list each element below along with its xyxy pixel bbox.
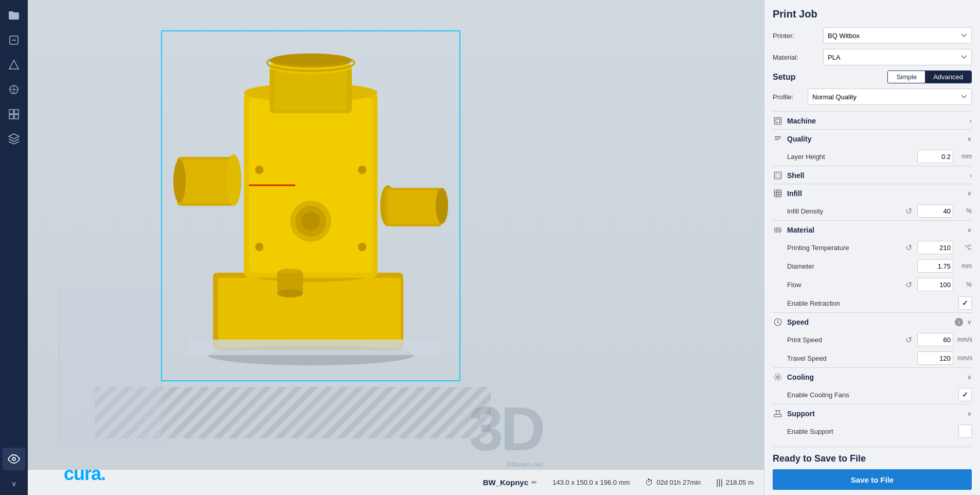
section-infill-header[interactable]: Infill ∨ bbox=[773, 184, 972, 202]
section-speed: Speed i ∨ Print Speed ↺ mm/s Travel Spee… bbox=[773, 312, 972, 367]
svg-point-40 bbox=[301, 212, 320, 231]
section-quality: Quality ∨ Layer Height mm bbox=[773, 129, 972, 166]
svg-point-32 bbox=[226, 154, 241, 206]
tab-advanced[interactable]: Advanced bbox=[925, 71, 971, 83]
sidebar-item-eye[interactable] bbox=[3, 448, 25, 470]
print-temp-reset[interactable]: ↺ bbox=[904, 243, 913, 253]
cooling-icon bbox=[773, 372, 783, 382]
ready-section: Ready to Save to File Save to File bbox=[773, 447, 972, 490]
layer-height-label: Layer Height bbox=[787, 153, 913, 161]
svg-point-43 bbox=[255, 243, 263, 251]
enable-retraction-label: Enable Retraction bbox=[787, 299, 954, 307]
speed-arrow: ∨ bbox=[967, 319, 972, 326]
svg-point-41 bbox=[255, 166, 263, 174]
svg-rect-6 bbox=[9, 110, 13, 114]
section-quality-header[interactable]: Quality ∨ bbox=[773, 130, 972, 147]
enable-cooling-fans-label: Enable Cooling Fans bbox=[787, 391, 954, 399]
section-shell-header[interactable]: Shell ‹ bbox=[773, 166, 972, 184]
print-speed-label: Print Speed bbox=[787, 336, 900, 344]
printer-select[interactable]: BQ Witbox Ultimaker 2 Prusa i3 bbox=[823, 27, 972, 44]
infill-density-row: Infill Density ↺ % bbox=[773, 202, 972, 220]
material-row: Material: PLA ABS PETG bbox=[773, 49, 972, 65]
speed-icon bbox=[773, 317, 783, 327]
section-machine: Machine ‹ bbox=[773, 111, 972, 129]
edit-icon[interactable]: ✏ bbox=[531, 479, 537, 486]
dimensions-info: 143.0 x 150.0 x 196.0 mm bbox=[553, 479, 630, 486]
svg-line-76 bbox=[775, 379, 776, 380]
print-speed-input[interactable] bbox=[917, 333, 953, 346]
sidebar-item-tool4[interactable] bbox=[3, 103, 25, 126]
svg-line-74 bbox=[775, 375, 776, 376]
section-shell: Shell ‹ bbox=[773, 166, 972, 184]
print-speed-reset[interactable]: ↺ bbox=[904, 335, 913, 345]
section-material-header[interactable]: Material ∨ bbox=[773, 221, 972, 238]
time-icon: ⏱ bbox=[645, 478, 653, 487]
section-machine-header[interactable]: Machine ‹ bbox=[773, 112, 972, 129]
sidebar-item-tool2[interactable] bbox=[3, 54, 25, 76]
travel-speed-input[interactable] bbox=[917, 351, 953, 365]
svg-rect-52 bbox=[776, 119, 780, 123]
layer-height-row: Layer Height mm bbox=[773, 147, 972, 166]
layer-height-input[interactable] bbox=[917, 150, 953, 163]
print-temp-input[interactable] bbox=[917, 241, 953, 254]
svg-point-44 bbox=[358, 243, 366, 251]
filament-icon: ||| bbox=[716, 478, 722, 487]
diameter-input[interactable] bbox=[917, 259, 953, 273]
3d-object bbox=[146, 26, 480, 412]
speed-info-icon[interactable]: i bbox=[955, 318, 963, 326]
layer-height-unit: mm bbox=[957, 153, 972, 160]
diameter-unit: mm bbox=[957, 262, 972, 270]
section-support-header[interactable]: Support ∨ bbox=[773, 404, 972, 422]
flow-reset[interactable]: ↺ bbox=[904, 280, 913, 290]
viewport[interactable]: 3D 3dlanets.net BW_Kopnyc ✏ 143.0 x 150.… bbox=[28, 0, 764, 495]
right-panel: Print Job Printer: BQ Witbox Ultimaker 2… bbox=[764, 0, 980, 495]
section-cooling: Cooling ∨ Enable Cooling Fans ✓ bbox=[773, 367, 972, 404]
material-select[interactable]: PLA ABS PETG bbox=[823, 49, 972, 65]
enable-cooling-fans-row: Enable Cooling Fans ✓ bbox=[773, 385, 972, 404]
time-info: ⏱ 02d 01h 27min bbox=[645, 478, 701, 487]
enable-retraction-check[interactable]: ✓ bbox=[958, 296, 972, 310]
material-arrow: ∨ bbox=[967, 226, 972, 234]
sidebar-item-tool3[interactable] bbox=[3, 78, 25, 101]
sidebar-item-tool5[interactable] bbox=[3, 128, 25, 150]
sidebar-item-expand[interactable]: ∨ bbox=[3, 472, 25, 495]
infill-title: Infill bbox=[787, 189, 963, 198]
setup-tab-group: Simple Advanced bbox=[887, 70, 972, 83]
sidebar-item-folder[interactable] bbox=[3, 4, 25, 27]
infill-icon bbox=[773, 188, 783, 199]
cura-logo: cura. bbox=[64, 463, 105, 485]
section-speed-header[interactable]: Speed i ∨ bbox=[773, 313, 972, 330]
section-support: Support ∨ Enable Support ✓ bbox=[773, 404, 972, 440]
support-arrow: ∨ bbox=[967, 410, 972, 417]
support-title: Support bbox=[787, 410, 963, 418]
model-info: BW_Kopnyc ✏ bbox=[483, 478, 537, 487]
infill-arrow: ∨ bbox=[967, 190, 972, 197]
svg-rect-51 bbox=[774, 117, 781, 125]
svg-point-47 bbox=[277, 289, 303, 297]
print-temp-unit: °C bbox=[957, 244, 972, 251]
print-temp-label: Printing Temperature bbox=[787, 244, 900, 252]
sidebar-item-tool1[interactable] bbox=[3, 29, 25, 51]
shell-title: Shell bbox=[787, 171, 966, 180]
svg-rect-7 bbox=[14, 110, 19, 114]
infill-density-input[interactable] bbox=[917, 204, 953, 218]
svg-line-75 bbox=[779, 379, 780, 380]
panel-title: Print Job bbox=[773, 8, 972, 20]
flow-input[interactable] bbox=[917, 278, 953, 291]
save-to-file-button[interactable]: Save to File bbox=[773, 469, 972, 490]
logo-text: cura bbox=[64, 463, 101, 484]
profile-row: Profile: Normal Quality High Quality Fas… bbox=[773, 89, 972, 105]
profile-select[interactable]: Normal Quality High Quality Fast Quality… bbox=[808, 89, 972, 105]
printer-label: Printer: bbox=[773, 32, 819, 40]
section-cooling-header[interactable]: Cooling ∨ bbox=[773, 368, 972, 385]
logo-dot: . bbox=[101, 463, 105, 484]
enable-support-check[interactable]: ✓ bbox=[958, 425, 972, 438]
svg-marker-2 bbox=[9, 60, 19, 69]
infill-reset[interactable]: ↺ bbox=[904, 206, 913, 216]
infill-density-unit: % bbox=[957, 207, 972, 215]
enable-cooling-fans-check[interactable]: ✓ bbox=[958, 388, 972, 401]
infill-density-label: Infill Density bbox=[787, 207, 900, 215]
tab-simple[interactable]: Simple bbox=[888, 71, 925, 83]
shell-icon bbox=[773, 170, 783, 181]
status-bar: BW_Kopnyc ✏ 143.0 x 150.0 x 196.0 mm ⏱ 0… bbox=[28, 469, 764, 495]
